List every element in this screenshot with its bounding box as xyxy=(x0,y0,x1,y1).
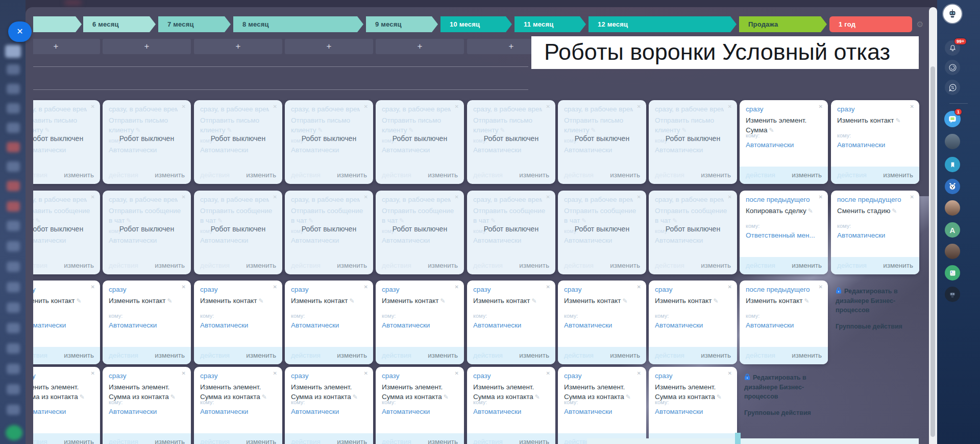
stage-tab-11-месяц[interactable]: 11 месяц xyxy=(514,16,586,32)
to-whom-value-link[interactable]: Автоматически xyxy=(746,321,794,329)
edit-link[interactable]: изменить xyxy=(337,257,367,274)
robot-trigger-link[interactable]: сразу xyxy=(746,105,815,113)
add-robot-button[interactable]: + xyxy=(33,39,100,54)
edit-in-bp-designer-link[interactable]: Редактировать в дизайнере Бизнес-процесс… xyxy=(744,373,834,401)
edit-pencil-icon[interactable]: ✎ xyxy=(804,297,809,305)
robot-trigger-link[interactable]: сразу xyxy=(655,286,724,293)
edit-pencil-icon[interactable]: ✎ xyxy=(258,297,263,305)
delete-robot-icon[interactable]: ✕ xyxy=(910,194,914,200)
robot-trigger-link[interactable]: сразу xyxy=(109,372,178,380)
actions-link[interactable]: действия xyxy=(200,257,230,274)
robot-trigger-link[interactable]: сразу xyxy=(291,372,360,380)
edit-link[interactable]: изменить xyxy=(428,167,458,184)
robot-trigger-link[interactable]: сразу xyxy=(33,286,87,293)
delete-robot-icon[interactable]: ✕ xyxy=(910,104,914,109)
robot-card[interactable]: ✕сразуИзменить контакт✎кому:Автоматическ… xyxy=(831,100,919,184)
actions-link[interactable]: действия xyxy=(291,433,321,444)
robot-card-disabled[interactable]: ✕сразу, в рабочее врем...Отправить сообщ… xyxy=(194,191,282,274)
to-whom-value-link[interactable]: Автоматически xyxy=(473,408,521,415)
robot-trigger-link[interactable]: сразу xyxy=(291,286,360,293)
to-whom-value-link[interactable]: Автоматически xyxy=(837,231,885,239)
actions-link[interactable]: действия xyxy=(655,257,684,274)
edit-link[interactable]: изменить xyxy=(428,347,458,364)
group-actions-link[interactable]: Групповые действия xyxy=(744,408,834,417)
to-whom-value-link[interactable]: Автоматически xyxy=(109,321,157,329)
robot-card[interactable]: ✕сразуИзменить контакт✎кому:Автоматическ… xyxy=(558,281,646,364)
close-button[interactable]: ✕ xyxy=(8,21,32,42)
edit-link[interactable]: изменить xyxy=(701,257,731,274)
delete-robot-icon[interactable]: ✕ xyxy=(455,194,459,200)
edit-link[interactable]: изменить xyxy=(519,257,549,274)
add-robot-button[interactable]: + xyxy=(285,39,373,54)
stage-tab-9-месяц[interactable]: 9 месяц xyxy=(366,16,438,32)
edit-pencil-icon[interactable]: ✎ xyxy=(581,217,586,224)
actions-link[interactable]: действия xyxy=(564,167,594,184)
actions-link[interactable]: действия xyxy=(109,167,138,184)
edit-link[interactable]: изменить xyxy=(246,347,276,364)
to-whom-value-link[interactable]: Автоматически xyxy=(473,237,521,244)
actions-link[interactable]: действия xyxy=(200,347,230,364)
actions-link[interactable]: действия xyxy=(837,257,867,274)
edit-link[interactable]: изменить xyxy=(701,347,731,364)
robot-card[interactable]: ✕сразуИзменить контакт✎кому:Автоматическ… xyxy=(376,281,464,364)
robot-card-disabled[interactable]: ✕сразу, в рабочее врем...Отправить сообщ… xyxy=(467,191,555,274)
robot-trigger-link[interactable]: после предыдущего xyxy=(837,196,906,203)
actions-link[interactable]: действия xyxy=(473,167,503,184)
edit-pencil-icon[interactable]: ✎ xyxy=(217,217,223,224)
delete-robot-icon[interactable]: ✕ xyxy=(819,194,823,200)
actions-link[interactable]: действия xyxy=(382,433,411,444)
robot-trigger-link[interactable]: сразу, в рабочее врем... xyxy=(564,196,633,203)
robot-trigger-link[interactable]: сразу, в рабочее время xyxy=(291,105,360,113)
robot-trigger-link[interactable]: сразу, в рабочее врем... xyxy=(291,196,360,203)
robot-trigger-link[interactable]: сразу xyxy=(382,372,451,380)
to-whom-value-link[interactable]: Автоматически xyxy=(33,408,66,415)
delete-robot-icon[interactable]: ✕ xyxy=(637,370,641,376)
edit-pencil-icon[interactable]: ✎ xyxy=(170,393,176,401)
actions-link[interactable]: действия xyxy=(746,257,775,274)
edit-link[interactable]: изменить xyxy=(155,257,185,274)
delete-robot-icon[interactable]: ✕ xyxy=(273,370,277,376)
edit-pencil-icon[interactable]: ✎ xyxy=(531,297,536,305)
robot-trigger-link[interactable]: сразу xyxy=(564,372,633,380)
actions-link[interactable]: действия xyxy=(200,433,230,444)
robot-card-disabled[interactable]: ✕сразу, в рабочее времяОтправить письмо … xyxy=(467,100,555,184)
edit-link[interactable]: изменить xyxy=(519,433,549,444)
to-whom-value-link[interactable]: Автоматически xyxy=(200,237,248,244)
actions-link[interactable]: действия xyxy=(291,257,321,274)
robot-trigger-link[interactable]: сразу, в рабочее время xyxy=(382,105,451,113)
delete-robot-icon[interactable]: ✕ xyxy=(91,284,95,290)
actions-link[interactable]: действия xyxy=(200,167,230,184)
robot-card[interactable]: ✕сразуИзменить элемент. Сумма из контакт… xyxy=(103,367,191,444)
delete-robot-icon[interactable]: ✕ xyxy=(637,284,641,290)
robot-trigger-link[interactable]: сразу, в рабочее врем... xyxy=(109,196,178,203)
edit-link[interactable]: изменить xyxy=(155,347,185,364)
actions-link[interactable]: действия xyxy=(473,347,503,364)
user-woman-avatar[interactable] xyxy=(945,244,960,259)
add-robot-button[interactable]: + xyxy=(194,39,282,54)
delete-robot-icon[interactable]: ✕ xyxy=(455,104,459,109)
to-whom-value-link[interactable]: Автоматически xyxy=(473,321,521,329)
robot-card[interactable]: ✕сразуИзменить контакт✎кому:Автоматическ… xyxy=(33,281,100,364)
stage-tab-partial[interactable] xyxy=(33,16,82,32)
actions-link[interactable]: действия xyxy=(382,167,411,184)
user-photo-avatar[interactable] xyxy=(945,134,960,149)
edit-pencil-icon[interactable]: ✎ xyxy=(353,393,358,401)
edit-link[interactable]: изменить xyxy=(64,167,94,184)
delete-robot-icon[interactable]: ✕ xyxy=(364,370,368,376)
to-whom-value-link[interactable]: Автоматически xyxy=(200,146,248,154)
robot-card-disabled[interactable]: ✕сразу, в рабочее врем...Отправить сообщ… xyxy=(103,191,191,274)
delete-robot-icon[interactable]: ✕ xyxy=(546,104,550,109)
to-whom-value-link[interactable]: Автоматически xyxy=(33,237,66,244)
robot-card-disabled[interactable]: ✕сразу, в рабочее врем...Отправить сообщ… xyxy=(285,191,373,274)
to-whom-value-link[interactable]: Автоматически xyxy=(655,146,703,154)
robot-card-disabled[interactable]: ✕сразу, в рабочее времяОтправить письмо … xyxy=(376,100,464,184)
delete-robot-icon[interactable]: ✕ xyxy=(182,194,186,200)
delete-robot-icon[interactable]: ✕ xyxy=(91,104,95,109)
to-whom-value-link[interactable]: Автоматически xyxy=(33,146,66,154)
to-whom-value-link[interactable]: Автоматически xyxy=(746,141,794,149)
delete-robot-icon[interactable]: ✕ xyxy=(364,194,368,200)
robot-trigger-link[interactable]: после предыдущего xyxy=(746,196,815,203)
robot-trigger-link[interactable]: сразу, в рабочее врем... xyxy=(473,196,542,203)
to-whom-value-link[interactable]: Автоматически xyxy=(291,146,339,154)
robot-card[interactable]: ✕сразуИзменить контакт✎кому:Автоматическ… xyxy=(467,281,555,364)
